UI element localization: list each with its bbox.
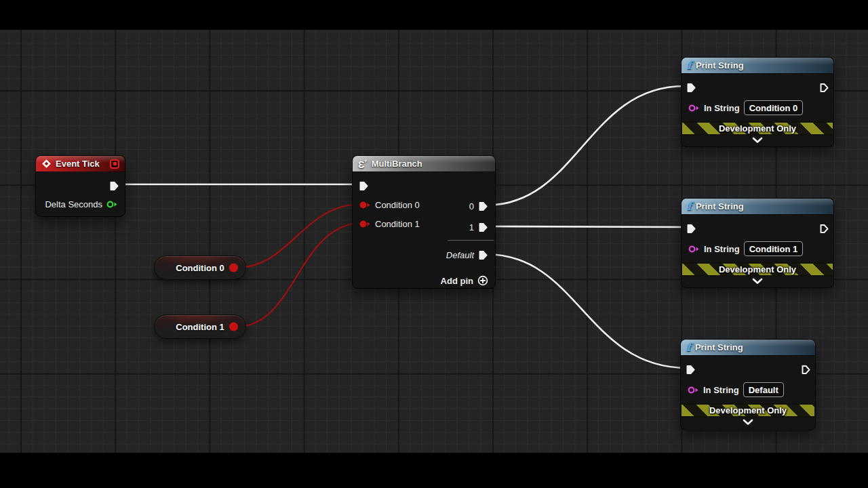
out1-label: 1	[469, 222, 474, 232]
multibranch-condition0-row: Condition 0	[359, 199, 420, 210]
ps0-instring-label: In String	[704, 103, 740, 113]
ps2-exec-in-row	[686, 364, 696, 375]
wire-exec-multibranch-0-to-printstring-0[interactable]	[486, 86, 684, 205]
bool-pin-condition-1[interactable]	[359, 220, 371, 228]
exec-pin-out[interactable]	[801, 365, 811, 375]
add-pin-label: Add pin	[441, 276, 473, 286]
ps1-exec-in-row	[686, 223, 696, 234]
print-string-0-header[interactable]: f Print String	[682, 58, 833, 74]
exec-pin-out[interactable]	[109, 181, 119, 191]
exec-pin-in[interactable]	[686, 224, 696, 234]
condition0-pill-label: Condition 0	[176, 263, 224, 273]
condition1-pin-label: Condition 1	[375, 219, 420, 229]
print-string-1-header[interactable]: f Print String	[682, 199, 833, 215]
multibranch-default-row: Default	[446, 249, 488, 260]
event-tick-exec-out-row	[109, 180, 119, 191]
ps2-development-only-label: Development Only	[709, 405, 787, 415]
event-tick-delta-row: Delta Seconds	[45, 199, 118, 209]
chevron-down-icon[interactable]	[752, 278, 763, 285]
print-string-2-title: Print String	[695, 342, 743, 352]
event-tick-header[interactable]: Event Tick	[36, 156, 125, 172]
multibranch-epsilon-plus-icon: Ɛ+	[358, 159, 368, 169]
multibranch-header[interactable]: Ɛ+ MultiBranch	[353, 156, 495, 172]
ps2-string-input[interactable]: Default	[743, 382, 784, 397]
letterbox-bottom	[0, 453, 868, 488]
event-diamond-icon	[41, 159, 52, 169]
node-print-string-0[interactable]: f Print String In String Condition 0	[681, 57, 834, 147]
ps1-string-input[interactable]: Condition 1	[744, 241, 804, 256]
wire-bool-condition1-to-multibranch[interactable]	[237, 223, 362, 327]
event-badge-icon	[110, 159, 119, 169]
multibranch-exec-in-row	[359, 180, 369, 191]
ps0-instring-row: In String Condition 0	[688, 100, 803, 115]
add-pin-button[interactable]: Add pin	[441, 275, 488, 286]
out0-label: 0	[469, 201, 474, 211]
multibranch-condition1-row: Condition 1	[359, 218, 420, 229]
circle-plus-icon	[477, 275, 488, 286]
float-pin-delta-seconds[interactable]	[106, 200, 118, 209]
node-multibranch[interactable]: Ɛ+ MultiBranch Condition 0 Condition 1	[352, 155, 496, 289]
multibranch-title: MultiBranch	[372, 159, 422, 169]
wire-exec-multibranch-default-to-printstring-2[interactable]	[486, 254, 688, 368]
function-f-icon: f	[687, 60, 692, 71]
bool-pin-condition-0[interactable]	[359, 201, 371, 209]
bool-pin-out[interactable]	[229, 264, 238, 272]
ps0-development-only-band: Development Only	[682, 121, 833, 136]
blueprint-editor: Event Tick Delta Seconds Ɛ+ MultiBranch	[0, 0, 868, 488]
string-pin-in[interactable]	[688, 386, 699, 394]
ps1-exec-out-row	[819, 223, 829, 234]
condition1-pill-label: Condition 1	[176, 322, 224, 332]
exec-pin-default[interactable]	[478, 250, 488, 260]
node-print-string-2[interactable]: f Print String In String Default	[680, 339, 816, 430]
default-label: Default	[446, 250, 474, 260]
ps0-development-only-label: Development Only	[719, 123, 796, 134]
chevron-down-icon[interactable]	[743, 419, 753, 426]
bool-pin-out[interactable]	[229, 323, 238, 331]
multibranch-out1-row: 1	[469, 222, 488, 232]
print-string-1-title: Print String	[696, 201, 744, 211]
ps2-development-only-band: Development Only	[682, 403, 814, 418]
event-tick-title: Event Tick	[56, 159, 100, 169]
delta-seconds-label: Delta Seconds	[45, 199, 102, 209]
ps0-string-value: Condition 0	[749, 103, 798, 113]
exec-pin-in[interactable]	[686, 365, 696, 375]
advanced-divider	[448, 240, 494, 241]
exec-pin-out[interactable]	[819, 224, 829, 234]
ps2-instring-row: In String Default	[688, 382, 784, 397]
wire-bool-condition0-to-multibranch[interactable]	[237, 204, 362, 268]
letterbox-top	[0, 0, 868, 30]
exec-pin-out[interactable]	[819, 83, 829, 93]
ps1-instring-row: In String Condition 1	[688, 241, 803, 256]
variable-get-condition-1[interactable]: Condition 1	[154, 314, 246, 339]
node-print-string-1[interactable]: f Print String In String Condition 1	[681, 198, 834, 288]
ps0-exec-in-row	[686, 82, 696, 93]
exec-pin-out-0[interactable]	[478, 201, 488, 211]
function-f-icon: f	[686, 342, 691, 353]
condition0-pin-label: Condition 0	[375, 200, 420, 210]
ps1-development-only-band: Development Only	[682, 262, 833, 277]
chevron-down-icon[interactable]	[752, 137, 763, 144]
string-pin-in[interactable]	[688, 245, 700, 253]
string-pin-in[interactable]	[688, 104, 700, 113]
function-f-icon: f	[687, 201, 692, 212]
ps1-string-value: Condition 1	[749, 244, 798, 254]
ps0-string-input[interactable]: Condition 0	[744, 100, 804, 115]
ps2-instring-label: In String	[703, 385, 739, 395]
exec-pin-out-1[interactable]	[478, 222, 488, 232]
ps2-string-value: Default	[749, 385, 778, 395]
exec-pin-in[interactable]	[686, 83, 696, 93]
print-string-0-title: Print String	[696, 60, 744, 70]
print-string-2-header[interactable]: f Print String	[681, 340, 815, 356]
ps1-instring-label: In String	[704, 244, 740, 254]
wire-exec-multibranch-1-to-printstring-1[interactable]	[486, 226, 684, 227]
ps1-development-only-label: Development Only	[719, 264, 796, 274]
ps2-exec-out-row	[801, 364, 811, 375]
variable-get-condition-0[interactable]: Condition 0	[154, 256, 246, 280]
exec-pin-in[interactable]	[359, 181, 369, 191]
node-event-tick[interactable]: Event Tick Delta Seconds	[35, 155, 125, 217]
graph-canvas[interactable]: Event Tick Delta Seconds Ɛ+ MultiBranch	[0, 30, 868, 453]
ps0-exec-out-row	[819, 82, 829, 93]
multibranch-out0-row: 0	[469, 201, 488, 211]
